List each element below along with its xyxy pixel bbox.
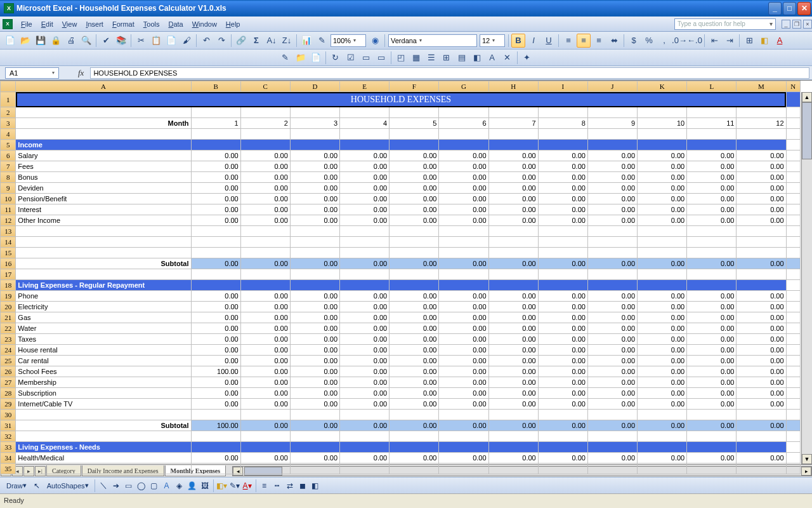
cell[interactable]: 0.00 xyxy=(587,356,637,366)
cell[interactable]: Subtotal xyxy=(16,258,191,269)
cell[interactable]: 0.00 xyxy=(587,194,637,204)
cell[interactable] xyxy=(786,291,800,302)
header-cell[interactable]: 30 xyxy=(1,410,16,420)
cell[interactable]: 0.00 xyxy=(687,150,737,161)
cell[interactable] xyxy=(16,431,191,442)
cell[interactable]: 0.00 xyxy=(737,204,786,215)
cell[interactable]: 0.00 xyxy=(587,388,637,399)
cell[interactable] xyxy=(191,269,240,280)
cell[interactable]: 6 xyxy=(439,118,488,129)
cell[interactable]: 0.00 xyxy=(240,323,290,334)
cell[interactable]: 0.00 xyxy=(737,312,786,323)
workbook-minimize[interactable]: _ xyxy=(782,20,790,29)
cell[interactable]: Bonus xyxy=(16,172,191,183)
cell[interactable] xyxy=(240,410,290,420)
cell[interactable] xyxy=(290,140,339,150)
header-cell[interactable] xyxy=(1,81,16,92)
tb2-icon[interactable]: ✕ xyxy=(501,51,514,65)
header-cell[interactable]: 23 xyxy=(1,334,16,345)
cell[interactable] xyxy=(240,140,290,150)
header-cell[interactable]: 18 xyxy=(1,280,16,291)
workbook-close[interactable]: × xyxy=(803,20,812,29)
cell[interactable]: 0.00 xyxy=(488,312,538,323)
cell[interactable]: 0.00 xyxy=(340,377,390,388)
cell[interactable]: 0.00 xyxy=(240,420,290,431)
cell[interactable] xyxy=(340,280,390,291)
minimize-button[interactable]: _ xyxy=(768,2,782,15)
cell[interactable]: 0.00 xyxy=(240,183,290,194)
cell[interactable] xyxy=(786,334,800,345)
new-icon[interactable]: 📄 xyxy=(3,34,17,48)
cell[interactable]: 0.00 xyxy=(687,399,737,410)
cell[interactable] xyxy=(340,431,390,442)
cell[interactable]: 0.00 xyxy=(439,302,488,312)
cell[interactable]: 0.00 xyxy=(737,399,786,410)
cell[interactable] xyxy=(538,226,587,237)
cell[interactable] xyxy=(390,226,439,237)
comma-icon[interactable]: , xyxy=(657,34,671,48)
font-combo[interactable]: Verdana▾ xyxy=(388,34,477,47)
cell[interactable]: 0.00 xyxy=(488,161,538,172)
cell[interactable] xyxy=(439,464,488,474)
cell[interactable]: 0.00 xyxy=(340,399,390,410)
sort-asc-icon[interactable]: A↓ xyxy=(265,34,278,48)
cell[interactable] xyxy=(737,140,786,150)
cell[interactable] xyxy=(439,442,488,453)
cell[interactable] xyxy=(786,150,800,161)
cell[interactable] xyxy=(390,107,439,118)
cell[interactable] xyxy=(439,140,488,150)
cell[interactable]: Living Expenses - Regular Repayment xyxy=(16,280,191,291)
cell[interactable] xyxy=(16,410,191,420)
cell[interactable]: 0.00 xyxy=(290,183,339,194)
cell[interactable]: 0.00 xyxy=(290,323,339,334)
cell[interactable]: 0.00 xyxy=(538,453,587,464)
cell[interactable]: 0.00 xyxy=(587,420,637,431)
research-icon[interactable]: 📚 xyxy=(114,34,128,48)
cell[interactable]: 0.00 xyxy=(638,420,687,431)
cell[interactable]: 0.00 xyxy=(340,420,390,431)
cell[interactable]: 0.00 xyxy=(290,366,339,377)
cell[interactable] xyxy=(786,410,800,420)
align-center-icon[interactable]: ≡ xyxy=(577,34,591,48)
cell[interactable] xyxy=(240,107,290,118)
header-cell[interactable]: 9 xyxy=(1,183,16,194)
cell[interactable]: 0.00 xyxy=(538,215,587,226)
cell[interactable]: 0.00 xyxy=(587,377,637,388)
cell[interactable] xyxy=(340,129,390,140)
cell[interactable] xyxy=(786,140,800,150)
cell[interactable]: 0.00 xyxy=(390,302,439,312)
cell[interactable] xyxy=(390,237,439,248)
cell[interactable]: 0.00 xyxy=(390,172,439,183)
cell[interactable]: 0.00 xyxy=(737,334,786,345)
wordart-icon[interactable]: A xyxy=(161,480,173,491)
cell[interactable]: 0.00 xyxy=(191,302,240,312)
cell[interactable]: 0.00 xyxy=(538,334,587,345)
cell[interactable]: 0.00 xyxy=(290,453,339,464)
cell[interactable] xyxy=(439,280,488,291)
cell[interactable]: 0.00 xyxy=(390,356,439,366)
cell[interactable] xyxy=(587,237,637,248)
cell[interactable] xyxy=(737,431,786,442)
cell[interactable]: 0.00 xyxy=(290,334,339,345)
arrow-icon[interactable]: ➔ xyxy=(110,480,122,491)
font-color-icon[interactable]: A▾ xyxy=(242,480,253,491)
cell[interactable]: 0.00 xyxy=(737,183,786,194)
cell[interactable]: 0.00 xyxy=(538,377,587,388)
cell[interactable]: 0.00 xyxy=(191,291,240,302)
header-cell[interactable]: 29 xyxy=(1,399,16,410)
tb2-icon[interactable]: ☰ xyxy=(424,51,438,65)
header-cell[interactable]: 28 xyxy=(1,388,16,399)
cell[interactable]: 0.00 xyxy=(340,453,390,464)
cell[interactable]: 0.00 xyxy=(737,377,786,388)
cell[interactable]: 0.00 xyxy=(240,258,290,269)
header-cell[interactable]: E xyxy=(340,81,390,92)
cell[interactable]: 0.00 xyxy=(488,258,538,269)
cell[interactable] xyxy=(786,453,800,464)
cell[interactable]: 0.00 xyxy=(737,194,786,204)
cell[interactable]: 0.00 xyxy=(737,161,786,172)
cell[interactable]: 0.00 xyxy=(587,312,637,323)
cell[interactable] xyxy=(587,431,637,442)
cell[interactable] xyxy=(16,464,191,474)
cell[interactable] xyxy=(786,269,800,280)
cell[interactable] xyxy=(290,237,339,248)
